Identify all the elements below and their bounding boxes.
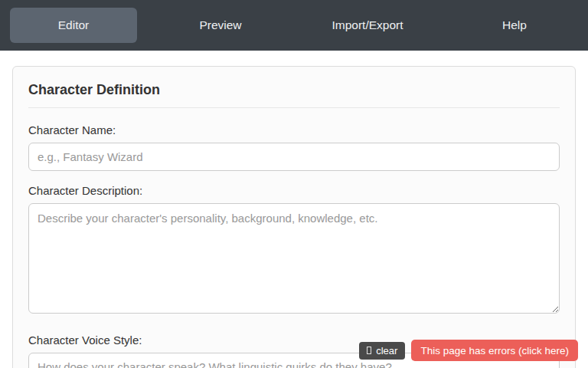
divider xyxy=(28,107,560,108)
character-name-input[interactable] xyxy=(28,143,560,171)
top-nav: Editor Preview Import/Export Help xyxy=(0,0,588,51)
clear-button-label: clear xyxy=(376,345,397,356)
tab-help[interactable]: Help xyxy=(451,8,578,43)
tab-editor[interactable]: Editor xyxy=(10,8,137,43)
character-name-label: Character Name: xyxy=(28,123,560,136)
character-description-label: Character Description: xyxy=(28,184,560,197)
bottom-overlay: clear This page has errors (click here) xyxy=(359,340,578,361)
character-description-group: Character Description: xyxy=(28,184,560,317)
tab-import-export[interactable]: Import/Export xyxy=(304,8,431,43)
clear-button[interactable]: clear xyxy=(359,342,405,360)
character-description-textarea[interactable] xyxy=(28,203,560,314)
character-name-group: Character Name: xyxy=(28,123,560,171)
missing-glyph-box-icon xyxy=(367,347,371,354)
card-title: Character Definition xyxy=(28,82,560,98)
tab-preview[interactable]: Preview xyxy=(157,8,284,43)
error-banner[interactable]: This page has errors (click here) xyxy=(411,340,578,361)
character-definition-card: Character Definition Character Name: Cha… xyxy=(12,66,576,368)
